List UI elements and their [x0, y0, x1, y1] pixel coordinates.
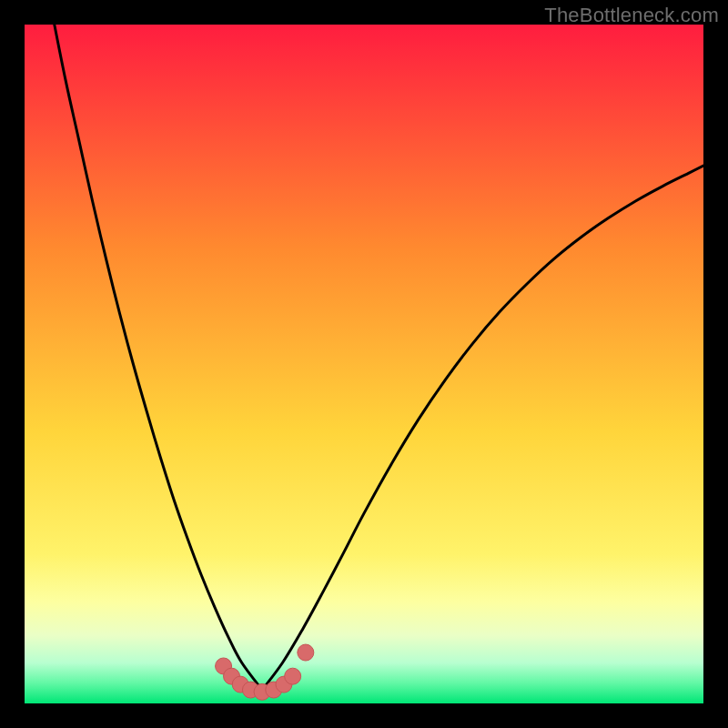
- chart-frame: TheBottleneck.com: [0, 0, 728, 728]
- trough-markers-group: [216, 644, 314, 700]
- curves-layer: [25, 25, 703, 703]
- curve-left-branch: [52, 25, 262, 690]
- curve-right-branch: [262, 166, 703, 690]
- plot-area: [25, 25, 703, 703]
- trough-marker: [298, 644, 314, 661]
- trough-marker: [285, 668, 301, 684]
